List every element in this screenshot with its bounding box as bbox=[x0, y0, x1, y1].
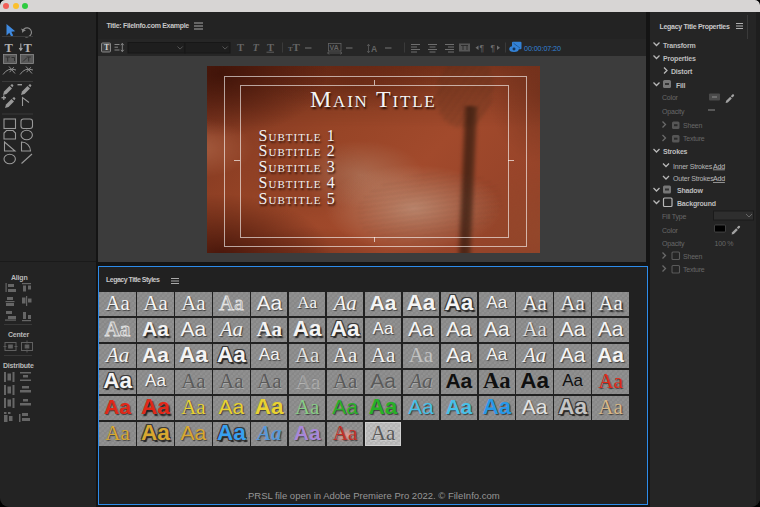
svg-text:¶: ¶ bbox=[480, 43, 485, 53]
svg-text:Sheen: Sheen bbox=[683, 253, 703, 260]
svg-text:Align: Align bbox=[11, 274, 28, 282]
svg-text:T: T bbox=[24, 41, 33, 55]
svg-text:T: T bbox=[267, 42, 274, 53]
svg-text:Sheen: Sheen bbox=[683, 122, 703, 129]
svg-text:Color: Color bbox=[662, 94, 679, 101]
svg-text:Distort: Distort bbox=[671, 68, 693, 75]
svg-text:Add: Add bbox=[713, 175, 725, 182]
svg-text:Properties: Properties bbox=[663, 55, 696, 63]
svg-text:T: T bbox=[237, 42, 244, 53]
svg-text:Transform: Transform bbox=[663, 42, 695, 49]
svg-text:T: T bbox=[104, 43, 110, 52]
svg-text:Texture: Texture bbox=[683, 266, 705, 273]
svg-text:Texture: Texture bbox=[683, 135, 705, 142]
svg-text:Distribute: Distribute bbox=[3, 362, 34, 369]
svg-text:Shadow: Shadow bbox=[677, 187, 703, 194]
svg-text:A: A bbox=[371, 44, 377, 54]
svg-text:Color: Color bbox=[662, 227, 679, 234]
svg-text:T: T bbox=[293, 41, 301, 53]
svg-text:Add: Add bbox=[713, 163, 725, 170]
svg-text:Legacy Title Properties: Legacy Title Properties bbox=[660, 23, 730, 31]
svg-text:Fill: Fill bbox=[676, 82, 686, 89]
svg-text:Center: Center bbox=[8, 331, 29, 338]
svg-text:T: T bbox=[5, 41, 14, 55]
svg-text:T: T bbox=[253, 42, 260, 53]
svg-text:100 %: 100 % bbox=[715, 240, 734, 247]
svg-text:00:00:07:20: 00:00:07:20 bbox=[524, 44, 561, 53]
svg-text:Background: Background bbox=[677, 200, 716, 208]
svg-text:Strokes: Strokes bbox=[663, 148, 688, 155]
svg-text:Fill Type: Fill Type bbox=[662, 213, 686, 221]
svg-text:¶: ¶ bbox=[491, 43, 496, 53]
svg-text:Inner Strokes: Inner Strokes bbox=[673, 163, 713, 170]
svg-text:Opacity: Opacity bbox=[662, 240, 685, 248]
svg-text:Opacity: Opacity bbox=[662, 108, 685, 116]
svg-text:Outer Strokes: Outer Strokes bbox=[673, 175, 714, 182]
svg-text:VA: VA bbox=[330, 44, 339, 51]
